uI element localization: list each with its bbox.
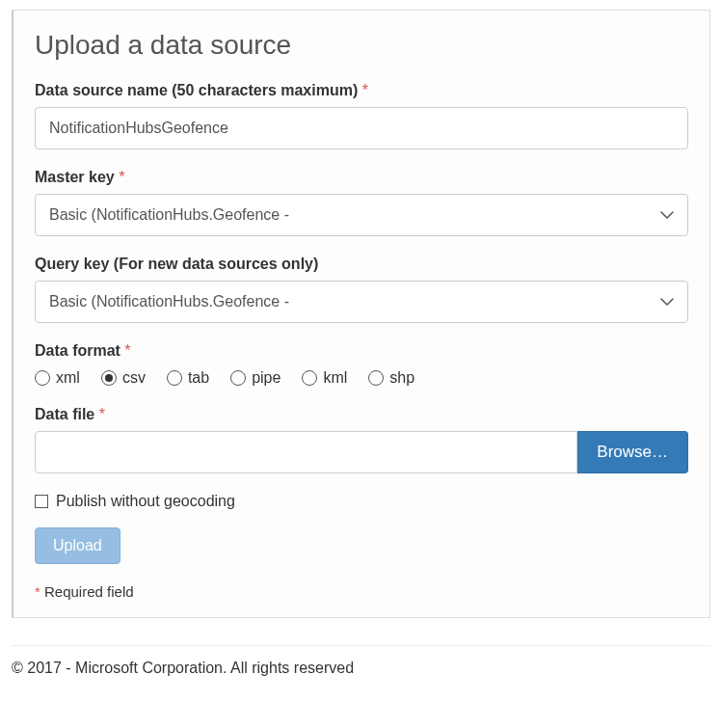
data-source-name-label: Data source name (50 characters maximum)… [35, 82, 688, 99]
data-file-label: Data file * [35, 406, 688, 423]
radio-icon [167, 370, 182, 386]
data-source-name-input[interactable]: NotificationHubsGeofence [35, 107, 688, 149]
master-key-select[interactable]: Basic (NotificationHubs.Geofence - [35, 194, 688, 236]
data-format-group: Data format * xml csv tab pipe kml [35, 342, 688, 387]
data-file-row: Browse… [35, 431, 688, 473]
data-file-input[interactable] [35, 431, 577, 473]
footer-copyright: © 2017 - Microsoft Corporation. All righ… [12, 660, 710, 677]
radio-icon [35, 370, 50, 386]
browse-button[interactable]: Browse… [577, 431, 688, 473]
upload-panel: Upload a data source Data source name (5… [12, 10, 710, 618]
required-star: * [119, 169, 124, 185]
radio-icon [302, 370, 317, 386]
required-star: * [99, 406, 105, 422]
radio-kml[interactable]: kml [302, 369, 347, 387]
query-key-group: Query key (For new data sources only) Ba… [35, 256, 688, 323]
radio-pipe[interactable]: pipe [230, 369, 281, 387]
radio-icon [230, 370, 246, 386]
master-key-label: Master key * [35, 169, 688, 186]
radio-csv[interactable]: csv [101, 369, 146, 387]
radio-tab[interactable]: tab [167, 369, 209, 387]
page-title: Upload a data source [35, 30, 688, 61]
required-star: * [124, 342, 130, 359]
data-format-radio-row: xml csv tab pipe kml shp [35, 369, 688, 387]
publish-without-geocoding-checkbox[interactable]: Publish without geocoding [35, 493, 688, 510]
chevron-down-icon [660, 208, 674, 222]
chevron-down-icon [660, 295, 674, 309]
radio-icon [368, 370, 384, 386]
query-key-label: Query key (For new data sources only) [35, 256, 688, 273]
query-key-select[interactable]: Basic (NotificationHubs.Geofence - [35, 281, 688, 323]
upload-button[interactable]: Upload [35, 527, 120, 564]
data-file-group: Data file * Browse… [35, 406, 688, 473]
radio-shp[interactable]: shp [368, 369, 414, 387]
radio-xml[interactable]: xml [35, 369, 80, 387]
data-format-label: Data format * [35, 342, 688, 360]
checkbox-label: Publish without geocoding [56, 493, 235, 510]
checkbox-icon [35, 495, 48, 508]
required-field-note: * Required field [35, 583, 688, 600]
radio-icon [101, 370, 117, 386]
master-key-group: Master key * Basic (NotificationHubs.Geo… [35, 169, 688, 236]
required-star: * [362, 82, 368, 98]
data-source-name-group: Data source name (50 characters maximum)… [35, 82, 688, 149]
footer-divider [12, 645, 710, 646]
